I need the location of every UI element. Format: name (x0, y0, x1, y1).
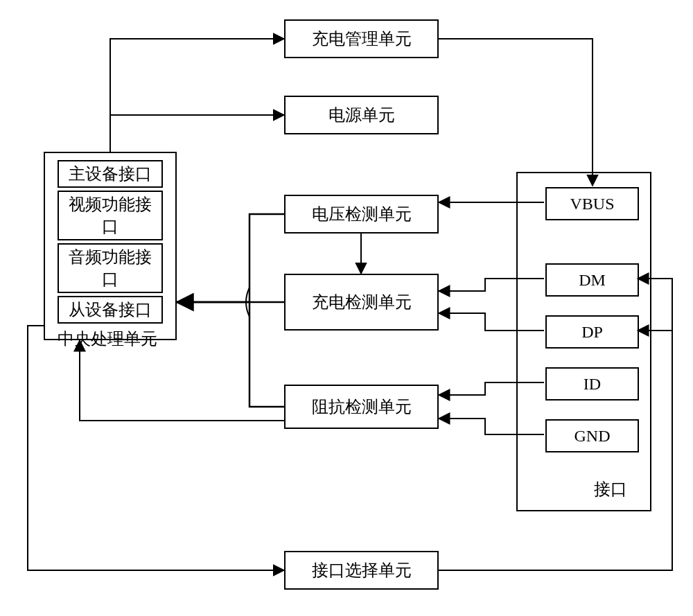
pin-gnd: GND (545, 419, 639, 452)
pin-id: ID (545, 367, 639, 401)
pin-dm: DM (545, 263, 639, 297)
unit-charge-detect: 充电检测单元 (284, 274, 439, 331)
cpu-port-slave: 从设备接口 (58, 296, 163, 324)
cpu-label: 中央处理单元 (58, 328, 163, 350)
unit-voltage-detect: 电压检测单元 (284, 195, 439, 234)
interface-box: VBUS DM DP ID GND 接口 (516, 172, 651, 511)
cpu-port-audio: 音频功能接口 (58, 243, 163, 293)
pin-vbus: VBUS (545, 187, 639, 220)
unit-impedance-detect: 阻抗检测单元 (284, 385, 439, 429)
pin-dp: DP (545, 315, 639, 349)
cpu-port-master: 主设备接口 (58, 160, 163, 188)
unit-iface-select: 接口选择单元 (284, 551, 439, 590)
unit-charge-mgmt: 充电管理单元 (284, 19, 439, 58)
diagram-canvas: 主设备接口 视频功能接口 音频功能接口 从设备接口 中央处理单元 充电管理单元 … (0, 0, 693, 616)
interface-label: 接口 (594, 478, 627, 500)
cpu-unit: 主设备接口 视频功能接口 音频功能接口 从设备接口 中央处理单元 (44, 152, 177, 340)
cpu-port-video: 视频功能接口 (58, 191, 163, 240)
unit-power: 电源单元 (284, 96, 439, 134)
